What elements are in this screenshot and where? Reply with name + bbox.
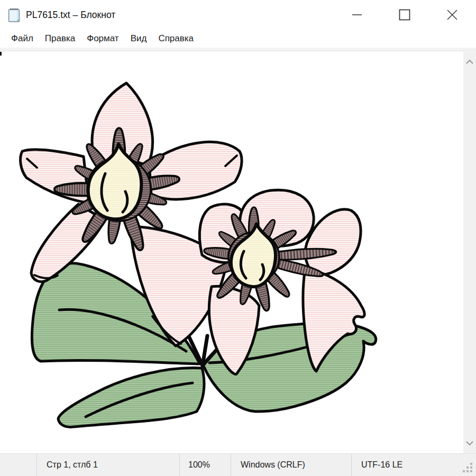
status-spacer [0, 454, 37, 476]
status-line-ending: Windows (CRLF) [231, 454, 352, 476]
menu-edit[interactable]: Правка [39, 30, 81, 48]
scroll-down-button[interactable] [463, 436, 476, 450]
window-controls [333, 0, 476, 30]
notepad-app-icon [7, 7, 21, 23]
text-editor-area[interactable] [0, 52, 463, 453]
resize-grip[interactable] [462, 462, 474, 474]
text-caret [0, 52, 2, 56]
scroll-up-icon [465, 59, 474, 65]
menu-file[interactable]: Файл [5, 30, 39, 48]
maximize-icon [399, 9, 410, 21]
menu-help[interactable]: Справка [152, 30, 199, 48]
title-bar: PL7615.txt – Блокнот [0, 0, 476, 30]
notepad-window: PL7615.txt – Блокнот Файл Правка Формат … [0, 0, 476, 476]
status-bar: Стр 1, стлб 1 100% Windows (CRLF) UTF-16… [0, 453, 476, 476]
flower-illustration [11, 69, 386, 434]
menu-bottom-strip [0, 48, 476, 51]
close-button[interactable] [428, 0, 476, 30]
status-cursor-position: Стр 1, стлб 1 [37, 454, 180, 476]
vertical-scrollbar[interactable] [463, 52, 476, 453]
scroll-down-icon [465, 441, 474, 446]
menu-view[interactable]: Вид [125, 30, 153, 48]
maximize-button[interactable] [381, 0, 428, 30]
minimize-icon [352, 10, 362, 20]
menu-bar: Файл Правка Формат Вид Справка [0, 30, 476, 48]
menu-format[interactable]: Формат [81, 30, 124, 48]
status-encoding: UTF-16 LE [352, 454, 476, 476]
status-zoom-level: 100% [180, 454, 231, 476]
window-title: PL7615.txt – Блокнот [26, 10, 115, 21]
scroll-up-button[interactable] [463, 55, 476, 69]
close-icon [447, 10, 457, 20]
minimize-button[interactable] [333, 0, 381, 30]
